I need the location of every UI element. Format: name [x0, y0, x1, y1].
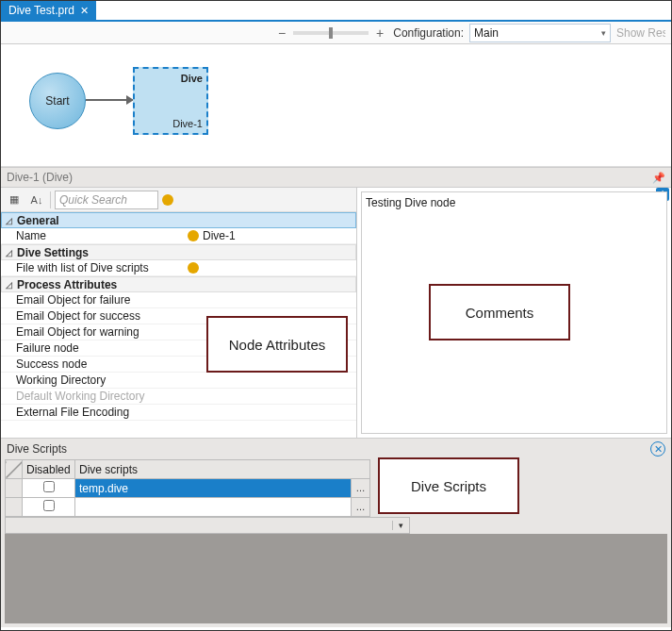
- prop-ext-enc: External File Encoding: [14, 406, 184, 419]
- warning-icon: [188, 262, 199, 274]
- grid-empty-area: [5, 534, 667, 623]
- group-general[interactable]: General: [15, 214, 185, 227]
- prop-file-value[interactable]: [184, 262, 356, 274]
- dive-node[interactable]: Dive Dive-1: [133, 67, 208, 135]
- prop-email-warn: Email Object for warning: [14, 325, 184, 339]
- prop-file-label: File with list of Dive scripts: [14, 261, 184, 274]
- dive-node-title: Dive: [139, 73, 203, 84]
- comments-text: Testing Dive node: [366, 196, 455, 209]
- row-header[interactable]: [6, 498, 23, 517]
- zoom-slider[interactable]: − +: [274, 25, 387, 41]
- dive-node-subtitle: Dive-1: [139, 118, 203, 129]
- group-process-attrs[interactable]: Process Attributes: [15, 278, 185, 291]
- scripts-table[interactable]: Disabled Dive scripts temp.dive… …: [5, 459, 370, 517]
- disabled-checkbox[interactable]: [23, 479, 75, 498]
- dive-scripts-title: Dive Scripts: [7, 442, 67, 456]
- scripts-dropdown-strip: ▾: [5, 517, 410, 534]
- search-input[interactable]: Quick Search: [55, 191, 158, 209]
- configuration-select[interactable]: Main ▾: [469, 24, 611, 42]
- prop-name-label: Name: [14, 229, 184, 242]
- toolbar: − + Configuration: Main ▾ Show Resul: [1, 22, 671, 44]
- zoom-out-icon[interactable]: −: [274, 25, 289, 41]
- tab-title: Dive Test.prd: [8, 4, 74, 17]
- properties-panel: ▦ A↓ Quick Search ◿General NameDive-1 ◿D…: [1, 188, 357, 438]
- configuration-value: Main: [474, 26, 499, 40]
- row-header[interactable]: [6, 479, 23, 498]
- start-node-label: Start: [45, 94, 69, 108]
- status-text: Dive-1 (Dive): [7, 171, 73, 184]
- warning-icon[interactable]: [162, 194, 173, 206]
- status-bar: Dive-1 (Dive) 📌: [1, 167, 671, 188]
- ellipsis-icon[interactable]: …: [351, 479, 369, 497]
- table-row[interactable]: temp.dive…: [6, 479, 370, 498]
- zoom-in-icon[interactable]: +: [372, 25, 387, 41]
- zoom-thumb[interactable]: [329, 27, 333, 39]
- warning-icon: [188, 230, 199, 241]
- tab-bar: Dive Test.prd ✕: [1, 1, 671, 22]
- prop-email-fail: Email Object for failure: [14, 293, 184, 307]
- file-tab[interactable]: Dive Test.prd ✕: [1, 1, 96, 20]
- pin-icon[interactable]: 📌: [652, 172, 665, 184]
- col-disabled[interactable]: Disabled: [23, 460, 75, 479]
- col-scripts[interactable]: Dive scripts: [75, 460, 370, 479]
- start-node[interactable]: Start: [29, 73, 86, 129]
- comments-panel: i Testing Dive node: [357, 188, 671, 438]
- dropdown-icon[interactable]: ▾: [392, 521, 409, 530]
- prop-success-node: Success node: [14, 357, 184, 371]
- script-value-cell[interactable]: temp.dive…: [75, 479, 370, 498]
- group-dive-settings[interactable]: Dive Settings: [15, 246, 185, 259]
- configuration-label: Configuration:: [393, 26, 464, 40]
- script-value-cell[interactable]: …: [75, 498, 370, 517]
- chevron-down-icon: ▾: [601, 28, 606, 38]
- process-canvas[interactable]: Start Dive Dive-1: [1, 44, 671, 167]
- prop-email-success: Email Object for success: [14, 309, 184, 323]
- search-placeholder: Quick Search: [59, 193, 127, 207]
- close-icon[interactable]: ✕: [80, 5, 89, 17]
- prop-default-wd: Default Working Directory: [14, 390, 184, 403]
- dive-scripts-panel: Dive Scripts ✕ Disabled Dive scripts tem…: [1, 439, 671, 627]
- table-corner[interactable]: [6, 460, 23, 479]
- sort-icon[interactable]: A↓: [27, 191, 46, 209]
- comments-textarea[interactable]: Testing Dive node: [361, 191, 667, 434]
- show-result-link[interactable]: Show Resul: [616, 26, 665, 40]
- disabled-checkbox[interactable]: [23, 498, 75, 517]
- ellipsis-icon[interactable]: …: [351, 498, 369, 516]
- properties-toolbar: ▦ A↓ Quick Search: [1, 188, 356, 212]
- property-grid[interactable]: ◿General NameDive-1 ◿Dive Settings File …: [1, 212, 356, 438]
- prop-name-value[interactable]: Dive-1: [184, 229, 356, 242]
- prop-working-dir: Working Directory: [14, 374, 184, 387]
- categorize-icon[interactable]: ▦: [5, 191, 24, 209]
- prop-failure-node: Failure node: [14, 341, 184, 355]
- zoom-track[interactable]: [293, 31, 369, 35]
- connector-arrow[interactable]: [86, 99, 133, 101]
- table-row[interactable]: …: [6, 498, 370, 517]
- close-panel-icon[interactable]: ✕: [650, 441, 665, 457]
